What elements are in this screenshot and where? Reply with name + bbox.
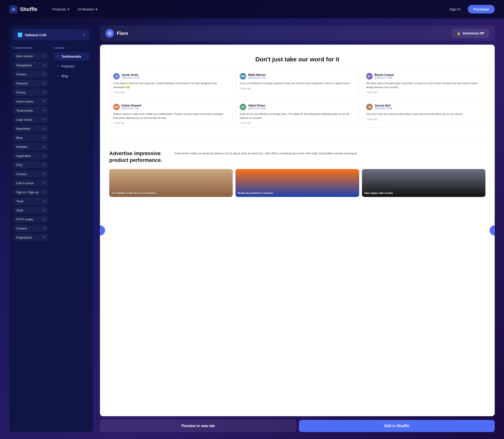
testimonial-date-1: 3 days ago	[113, 91, 228, 94]
testimonials-title: Don't just take our word for it	[109, 56, 485, 63]
add-icon: +	[43, 163, 45, 167]
component-how-it-works[interactable]: How it works +	[13, 98, 49, 105]
add-icon: +	[43, 63, 45, 67]
framework-name: Tailwind CSS	[25, 33, 47, 37]
feature-image-2: Build any website in minutes	[236, 169, 359, 197]
component-http-codes[interactable]: HTTP codes +	[13, 216, 49, 223]
components-header: Components	[13, 44, 49, 52]
features-images: A complete toolkit for your business Bui…	[109, 169, 485, 197]
preview-title: Flaro	[117, 31, 128, 36]
add-icon: +	[43, 217, 45, 221]
component-paginations[interactable]: Paginations +	[13, 234, 49, 241]
nav-ui-libraries[interactable]: UI libraries ▾	[74, 5, 101, 13]
author-avatar-1: JJ	[113, 73, 120, 80]
drag-handle-icon: ⠿	[57, 64, 59, 68]
panel-columns: Components Hero section + Navigations + …	[9, 44, 93, 432]
add-icon: +	[43, 190, 45, 194]
author-avatar-6: JB	[366, 104, 373, 110]
component-features[interactable]: Features +	[13, 80, 49, 87]
add-icon: +	[43, 208, 45, 212]
add-icon: +	[43, 172, 45, 176]
nav-products[interactable]: Products ▾	[49, 5, 72, 13]
component-contact[interactable]: Contact +	[13, 170, 49, 178]
add-icon: +	[43, 181, 45, 185]
component-hero-section[interactable]: Hero section +	[13, 52, 49, 60]
feature-image-3: Stay happy with results	[362, 169, 485, 197]
author-avatar-2: WW	[240, 73, 246, 80]
chevron-down-icon: ▾	[96, 7, 97, 12]
testimonial-card-6: JB Jerome Bell @BROOKLYSIM Very very eas…	[362, 100, 485, 128]
component-sign-in-sign-up[interactable]: Sign in / Sign up +	[13, 188, 49, 196]
component-testimonials[interactable]: Testimonials +	[13, 107, 49, 114]
author-avatar-5: AF	[240, 104, 246, 110]
testimonial-text-1: If you haven't tried out Flaro App yet, …	[113, 81, 228, 89]
components-column: Components Hero section + Navigations + …	[13, 44, 51, 432]
author-handle-4: @BROOKLYSIM	[121, 107, 141, 110]
feature-image-1: A complete toolkit for your business	[109, 169, 233, 197]
component-newsletter[interactable]: Newsletter +	[13, 125, 49, 132]
signin-button[interactable]: Sign In	[446, 5, 464, 13]
author-name-2: Wade Warren	[248, 73, 266, 76]
component-logo-clouds[interactable]: Logo clouds +	[13, 116, 49, 123]
add-icon: +	[43, 109, 45, 112]
add-icon: +	[43, 99, 45, 103]
preview-content[interactable]: Don't just take our word for it JJ Jacob…	[100, 45, 495, 416]
right-panel: Flaro 🔒 Download ZIP ‹ › Don't just take…	[100, 25, 495, 432]
component-footers[interactable]: Footers +	[13, 71, 49, 78]
add-icon: +	[43, 118, 45, 121]
author-name-5: Albert Flores	[248, 104, 266, 107]
drag-handle-icon: ⠿	[57, 55, 59, 58]
left-panel: ~ Tailwind CSS ▾ Components Hero section…	[9, 25, 93, 432]
component-team[interactable]: Team +	[13, 197, 49, 205]
framework-chevron-icon: ▾	[83, 33, 85, 37]
author-avatar-4: EH	[113, 104, 120, 110]
component-faq[interactable]: FAQ +	[13, 161, 49, 169]
framework-selector[interactable]: ~ Tailwind CSS ▾	[13, 29, 89, 40]
add-icon: +	[43, 54, 45, 58]
testimonial-date-6: 3 days ago	[366, 118, 481, 121]
component-call-to-action[interactable]: Call to action +	[13, 179, 49, 187]
download-zip-button[interactable]: 🔒 Download ZIP	[452, 29, 489, 38]
preview-area: ‹ › Don't just take our word for it JJ J…	[100, 45, 495, 416]
add-icon: +	[43, 136, 45, 139]
component-blog[interactable]: Blog +	[13, 134, 49, 141]
logo[interactable]: Shuffle	[9, 5, 37, 13]
testimonial-text-6: Very very easy for customer information …	[366, 112, 481, 116]
component-pricing[interactable]: Pricing +	[13, 89, 49, 96]
tailwind-icon: ~	[18, 33, 22, 37]
canvas-item-blog[interactable]: ⠿ Blog	[54, 72, 89, 80]
testimonial-card-2: WW Wade Warren @BROOKLYSIM If you are th…	[236, 70, 359, 97]
canvas-item-features[interactable]: ⠿ Features	[54, 62, 89, 71]
testimonial-card-4: EH Esther Howard @BROOKLYSIM Wrike is gr…	[109, 100, 232, 128]
component-navigations[interactable]: Navigations +	[13, 61, 49, 69]
canvas-column: Canvas ⠿ Testimonials ⠿ Features ⠿ Blog	[51, 44, 89, 432]
preview-header: Flaro 🔒 Download ZIP	[100, 25, 495, 41]
nav-links: Products ▾ UI libraries ▾	[49, 5, 446, 13]
component-application[interactable]: Application +	[13, 152, 49, 159]
svg-point-2	[109, 33, 110, 34]
add-icon: +	[43, 145, 45, 149]
features-description: Amet minim mollit non deserunt ullamco e…	[174, 150, 485, 156]
nav-actions: Sign In Purchase	[446, 5, 495, 13]
author-avatar-3: BC	[366, 73, 373, 80]
chevron-down-icon: ▾	[67, 7, 69, 12]
testimonial-text-5: Ease of use and efficiency of design too…	[240, 112, 355, 120]
component-portfolio[interactable]: Portfolio +	[13, 143, 49, 150]
author-handle-6: @BROOKLYSIM	[374, 107, 392, 110]
edit-in-shuffle-button[interactable]: Edit in Shuffle	[299, 420, 495, 432]
canvas-item-testimonials[interactable]: ⠿ Testimonials	[54, 52, 89, 61]
author-handle-3: @BROOKLYSIM	[374, 76, 394, 79]
testimonial-text-2: If you are thinking of a design partner …	[240, 81, 355, 85]
flaro-icon	[106, 29, 114, 37]
component-stats[interactable]: Stats +	[13, 207, 49, 214]
features-heading: Advertise impressive product performance…	[109, 150, 165, 163]
purchase-button[interactable]: Purchase	[468, 5, 495, 13]
testimonials-grid: JJ Jacob Jones @BROOKLYSIM If you haven'…	[109, 70, 485, 128]
testimonial-date-5: 3 days ago	[240, 122, 355, 124]
author-name-1: Jacob Jones	[121, 73, 139, 76]
component-content[interactable]: Content +	[13, 225, 49, 232]
testimonial-date-4: 3 days ago	[113, 122, 228, 124]
testimonial-date-3: 3 days ago	[366, 91, 481, 94]
add-icon: +	[43, 127, 45, 130]
preview-new-tab-button[interactable]: Preview in new tab	[100, 420, 296, 432]
